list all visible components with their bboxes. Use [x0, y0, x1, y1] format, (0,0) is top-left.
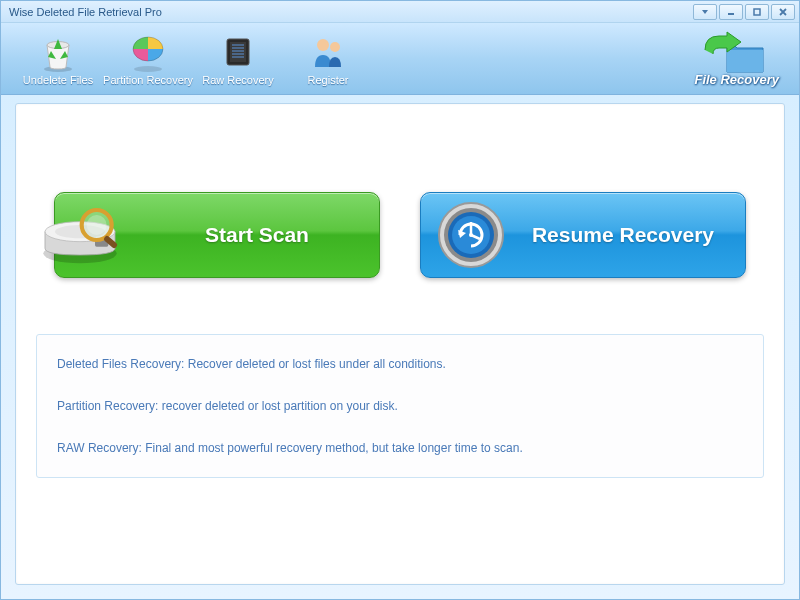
svg-point-4: [134, 66, 162, 72]
info-partition: Partition Recovery: recover deleted or l…: [57, 399, 743, 413]
main-buttons: Start Scan Resume R: [36, 192, 764, 278]
maximize-button[interactable]: [745, 4, 769, 20]
window-title: Wise Deleted File Retrieval Pro: [9, 6, 162, 18]
close-button[interactable]: [771, 4, 795, 20]
recycle-bin-icon: [37, 31, 79, 73]
pie-chart-icon: [127, 31, 169, 73]
brand-label: File Recovery: [694, 72, 779, 87]
resume-recovery-button[interactable]: Resume Recovery: [420, 192, 746, 278]
start-scan-label: Start Scan: [155, 223, 379, 247]
resume-recovery-label: Resume Recovery: [521, 223, 745, 247]
toolbar-label: Register: [308, 74, 349, 86]
info-panel: Deleted Files Recovery: Recover deleted …: [36, 334, 764, 478]
svg-point-13: [317, 39, 329, 51]
toolbar-raw-recovery[interactable]: Raw Recovery: [193, 26, 283, 92]
brand-logo: File Recovery: [694, 30, 779, 87]
app-window: Wise Deleted File Retrieval Pro: [0, 0, 800, 600]
window-controls: [693, 4, 795, 20]
toolbar-label: Undelete Files: [23, 74, 93, 86]
dropdown-button[interactable]: [693, 4, 717, 20]
clock-restore-icon: [421, 192, 521, 278]
toolbar-partition-recovery[interactable]: Partition Recovery: [103, 26, 193, 92]
scan-disk-icon: [35, 192, 135, 278]
info-deleted-files: Deleted Files Recovery: Recover deleted …: [57, 357, 743, 371]
svg-point-28: [469, 233, 473, 237]
toolbar-register[interactable]: Register: [283, 26, 373, 92]
svg-point-20: [87, 215, 107, 235]
toolbar-label: Raw Recovery: [202, 74, 274, 86]
chip-icon: [217, 31, 259, 73]
minimize-button[interactable]: [719, 4, 743, 20]
start-scan-button[interactable]: Start Scan: [54, 192, 380, 278]
info-raw: RAW Recovery: Final and most powerful re…: [57, 441, 743, 455]
people-icon: [307, 31, 349, 73]
folder-arrow-icon: [697, 30, 777, 76]
titlebar: Wise Deleted File Retrieval Pro: [1, 1, 799, 23]
toolbar-label: Partition Recovery: [103, 74, 193, 86]
toolbar: Undelete Files Partition Recovery: [1, 23, 799, 95]
svg-rect-1: [754, 9, 760, 15]
svg-rect-0: [728, 13, 734, 15]
toolbar-undelete-files[interactable]: Undelete Files: [13, 26, 103, 92]
svg-point-14: [330, 42, 340, 52]
content-area: Start Scan Resume R: [15, 103, 785, 585]
